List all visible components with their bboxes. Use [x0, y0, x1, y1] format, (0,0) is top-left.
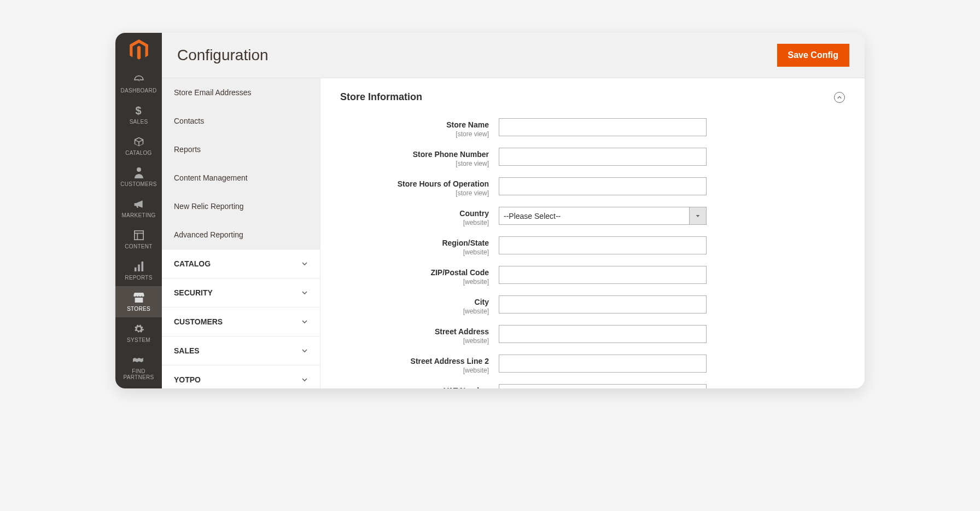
nav-sales[interactable]: $ SALES: [115, 99, 162, 130]
nav-find-partners[interactable]: FIND PARTNERS: [115, 349, 162, 386]
scope-website: [website]: [340, 367, 489, 374]
label-city: City: [340, 298, 489, 306]
row-store-name: Store Name[store view]: [340, 118, 845, 138]
input-city[interactable]: [499, 295, 707, 313]
nav-reports[interactable]: REPORTS: [115, 255, 162, 286]
magento-logo[interactable]: [128, 39, 150, 61]
sub-item-content-mgmt[interactable]: Content Management: [162, 164, 320, 192]
section-title: Store Information: [340, 91, 422, 103]
row-store-hours: Store Hours of Operation[store view]: [340, 177, 845, 197]
sub-item-reports[interactable]: Reports: [162, 135, 320, 164]
input-region[interactable]: [499, 236, 707, 254]
input-store-name[interactable]: [499, 118, 707, 136]
main-area: Configuration Save Config Store Email Ad…: [162, 33, 865, 388]
nav-dashboard[interactable]: DASHBOARD: [115, 68, 162, 99]
config-sub-sidebar: Store Email Addresses Contacts Reports C…: [162, 78, 320, 388]
cat-security[interactable]: SECURITY: [162, 278, 320, 307]
label-store-hours: Store Hours of Operation: [340, 179, 489, 188]
label-zip: ZIP/Postal Code: [340, 268, 489, 277]
label-street: Street Address: [340, 327, 489, 336]
nav-content[interactable]: CONTENT: [115, 224, 162, 255]
sub-item-store-email[interactable]: Store Email Addresses: [162, 78, 320, 107]
scope-store-view: [store view]: [340, 160, 489, 167]
label-store-name: Store Name: [340, 120, 489, 129]
scope-website: [website]: [340, 248, 489, 256]
input-vat[interactable]: [499, 384, 707, 388]
scope-website: [website]: [340, 219, 489, 227]
chevron-down-icon: [301, 347, 308, 354]
label-street2: Street Address Line 2: [340, 357, 489, 365]
content-row: Store Email Addresses Contacts Reports C…: [162, 78, 865, 388]
chevron-down-icon: [301, 289, 308, 296]
layout-icon: [133, 229, 145, 241]
app-frame: DASHBOARD $ SALES CATALOG CUSTOMERS MARK…: [115, 33, 865, 388]
input-store-phone[interactable]: [499, 148, 707, 166]
cat-customers[interactable]: CUSTOMERS: [162, 307, 320, 336]
select-chevron-button[interactable]: [689, 207, 707, 225]
svg-text:$: $: [135, 104, 141, 117]
section-head: Store Information: [340, 91, 845, 103]
cat-sales[interactable]: SALES: [162, 336, 320, 365]
nav-marketing[interactable]: MARKETING: [115, 193, 162, 224]
page-header: Configuration Save Config: [162, 33, 865, 78]
row-vat: VAT Number: [340, 384, 845, 388]
collapse-section-button[interactable]: [834, 92, 845, 103]
person-icon: [133, 167, 145, 179]
megaphone-icon: [133, 198, 145, 210]
scope-store-view: [store view]: [340, 130, 489, 138]
chevron-down-icon: [301, 260, 308, 267]
chevron-up-icon: [837, 95, 842, 100]
row-store-phone: Store Phone Number[store view]: [340, 148, 845, 167]
sub-item-newrelic[interactable]: New Relic Reporting: [162, 192, 320, 220]
handshake-icon: [133, 354, 145, 366]
store-icon: [133, 292, 145, 304]
admin-sidenav: DASHBOARD $ SALES CATALOG CUSTOMERS MARK…: [115, 33, 162, 388]
triangle-down-icon: [696, 214, 700, 218]
box-icon: [133, 136, 145, 148]
scope-store-view: [store view]: [340, 189, 489, 197]
sub-item-contacts[interactable]: Contacts: [162, 107, 320, 135]
row-zip: ZIP/Postal Code[website]: [340, 266, 845, 286]
nav-stores[interactable]: STORES: [115, 286, 162, 317]
nav-customers[interactable]: CUSTOMERS: [115, 161, 162, 193]
dollar-icon: $: [133, 104, 145, 117]
input-store-hours[interactable]: [499, 177, 707, 195]
label-store-phone: Store Phone Number: [340, 150, 489, 159]
chevron-down-icon: [301, 376, 308, 383]
bar-chart-icon: [133, 260, 145, 272]
select-country-display[interactable]: [499, 207, 689, 225]
scope-website: [website]: [340, 337, 489, 345]
label-region: Region/State: [340, 239, 489, 247]
page-title: Configuration: [177, 47, 269, 64]
sub-item-adv-report[interactable]: Advanced Reporting: [162, 220, 320, 249]
chevron-down-icon: [301, 318, 308, 325]
cat-catalog[interactable]: CATALOG: [162, 249, 320, 278]
row-country: Country[website]: [340, 207, 845, 227]
save-config-button[interactable]: Save Config: [777, 44, 849, 67]
nav-catalog[interactable]: CATALOG: [115, 130, 162, 161]
scope-website: [website]: [340, 307, 489, 315]
input-street2[interactable]: [499, 355, 707, 373]
input-street[interactable]: [499, 325, 707, 343]
label-vat: VAT Number: [340, 386, 489, 388]
dashboard-icon: [133, 73, 145, 85]
row-street: Street Address[website]: [340, 325, 845, 345]
form-area: Store Information Store Name[store view]…: [320, 78, 865, 388]
row-region: Region/State[website]: [340, 236, 845, 256]
gear-icon: [133, 323, 145, 335]
row-street2: Street Address Line 2[website]: [340, 355, 845, 374]
cat-yotpo[interactable]: YOTPO: [162, 365, 320, 388]
nav-system[interactable]: SYSTEM: [115, 317, 162, 349]
label-country: Country: [340, 209, 489, 218]
scope-website: [website]: [340, 278, 489, 286]
row-city: City[website]: [340, 295, 845, 315]
input-zip[interactable]: [499, 266, 707, 284]
select-country[interactable]: [499, 207, 707, 225]
